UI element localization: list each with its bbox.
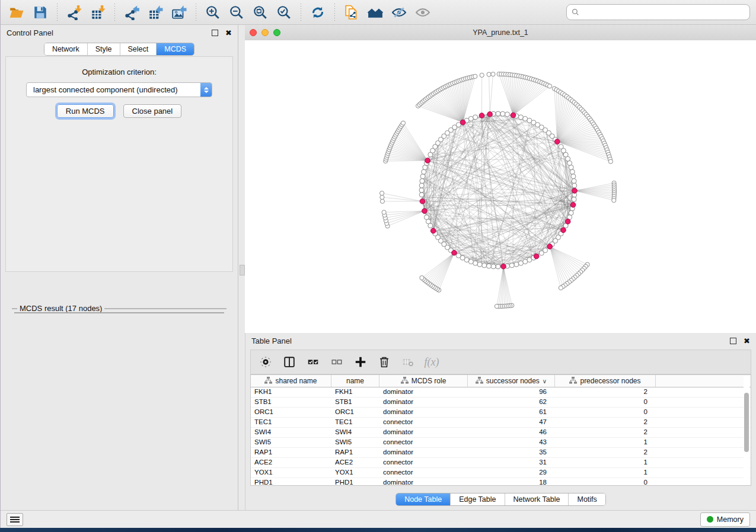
- window-close-icon[interactable]: [250, 29, 257, 36]
- zoom-in-icon[interactable]: [203, 3, 223, 22]
- tab-node-table[interactable]: Node Table: [396, 493, 450, 505]
- close-panel-icon[interactable]: ✖: [225, 29, 232, 37]
- cell-MCDS-role: dominator: [379, 408, 468, 417]
- run-mcds-button[interactable]: Run MCDS: [57, 104, 114, 118]
- float-panel-icon[interactable]: [212, 30, 218, 36]
- zoom-out-icon[interactable]: [227, 3, 247, 22]
- fx-icon[interactable]: f(x): [423, 353, 441, 371]
- refresh-icon[interactable]: [308, 3, 328, 22]
- tab-style[interactable]: Style: [87, 43, 120, 55]
- tab-mcds[interactable]: MCDS: [156, 43, 194, 55]
- table-row[interactable]: SWI4SWI4dominator462: [251, 428, 751, 438]
- table-row[interactable]: YOX1YOX1connector291: [251, 468, 751, 478]
- add-row-icon[interactable]: [352, 353, 369, 371]
- table-scrollbar[interactable]: [744, 376, 749, 484]
- zoom-fit-icon[interactable]: [250, 3, 270, 22]
- table-row[interactable]: STB1STB1dominator620: [251, 398, 751, 408]
- window-controls: [250, 29, 280, 36]
- search-input[interactable]: [582, 8, 745, 17]
- close-panel-button[interactable]: Close panel: [123, 104, 182, 118]
- memory-button[interactable]: Memory: [700, 512, 750, 527]
- network-window-titlebar[interactable]: YPA_prune.txt_1: [245, 25, 756, 41]
- memory-status-icon: [707, 516, 713, 523]
- network-graph[interactable]: [245, 40, 756, 333]
- cell-successor-nodes: 35: [468, 448, 555, 457]
- network-canvas[interactable]: [245, 40, 756, 333]
- column-header-name[interactable]: name: [331, 375, 379, 387]
- cell-MCDS-role: connector: [379, 438, 468, 447]
- table-row[interactable]: SWI5SWI5connector431: [251, 438, 751, 448]
- cell-successor-nodes: 47: [468, 418, 555, 427]
- hide-eye-icon[interactable]: [389, 3, 409, 22]
- table-row[interactable]: PHD1PHD1dominator180: [251, 478, 751, 486]
- column-header-predecessor-nodes[interactable]: predecessor nodes: [555, 375, 656, 387]
- column-header-successor-nodes[interactable]: successor nodes∨: [468, 375, 555, 387]
- table-row[interactable]: ACE2ACE2connector311: [251, 458, 751, 468]
- toolbar-separator: [57, 4, 58, 21]
- mcds-result-title: MCDS result (17 nodes): [17, 304, 104, 313]
- window-minimize-icon[interactable]: [261, 29, 269, 36]
- open-folder-icon[interactable]: [7, 3, 27, 22]
- desktop-background-strip: [0, 528, 756, 532]
- export-table-icon[interactable]: [145, 3, 165, 22]
- cell-name: SWI5: [331, 438, 379, 447]
- column-header-MCDS-role[interactable]: MCDS role: [379, 375, 468, 387]
- control-panel-tabbar: NetworkStyleSelectMCDS: [1, 43, 238, 56]
- column-type-icon: [401, 377, 409, 386]
- table-row[interactable]: FKH1FKH1dominator962: [251, 387, 751, 398]
- mcds-result-item[interactable]: PHD1: [15, 313, 224, 313]
- clone-network-icon[interactable]: [342, 3, 362, 22]
- export-network-icon[interactable]: [122, 3, 142, 22]
- table-row[interactable]: RAP1RAP1dominator352: [251, 448, 751, 458]
- import-network-icon[interactable]: [64, 3, 84, 22]
- eye-icon[interactable]: [413, 3, 433, 22]
- table-row[interactable]: TEC1TEC1connector472: [251, 418, 751, 428]
- unchecked-boxes-icon[interactable]: [328, 353, 346, 371]
- gear-icon[interactable]: [257, 353, 275, 371]
- optimization-criterion-label: Optimization criterion:: [6, 68, 232, 76]
- home-icon[interactable]: [365, 3, 385, 22]
- window-zoom-icon[interactable]: [273, 29, 280, 36]
- column-label: MCDS role: [412, 377, 446, 385]
- table-toolbar: f(x): [250, 350, 751, 374]
- tab-motifs[interactable]: Motifs: [568, 493, 605, 505]
- trash-icon[interactable]: [375, 353, 393, 371]
- cell-MCDS-role: connector: [379, 468, 468, 477]
- cell-MCDS-role: connector: [379, 458, 468, 467]
- table-panel-header: Table Panel ✖: [245, 333, 756, 348]
- dropdown-selected-value: largest connected component (undirected): [27, 85, 200, 94]
- close-table-panel-icon[interactable]: ✖: [744, 337, 750, 345]
- mcds-result-list[interactable]: PHD1CAR1STP4TID3YOX1SWI4SRD1PMA2FKH1ACE2…: [14, 312, 224, 313]
- destroy-table-icon[interactable]: [399, 353, 417, 371]
- export-image-icon[interactable]: [169, 3, 189, 22]
- cell-MCDS-role: dominator: [379, 428, 468, 437]
- task-history-icon[interactable]: [7, 513, 23, 526]
- cell-name: RAP1: [331, 448, 379, 457]
- cell-successor-nodes: 29: [468, 468, 555, 477]
- zoom-selected-icon[interactable]: [274, 3, 294, 22]
- save-session-icon[interactable]: [30, 3, 50, 22]
- cell-shared-name: TEC1: [251, 418, 331, 427]
- cell-MCDS-role: connector: [379, 418, 468, 427]
- toolbar-icon-group: [7, 3, 433, 22]
- cell-name: YOX1: [331, 468, 379, 477]
- tab-network[interactable]: Network: [44, 43, 87, 55]
- import-table-icon[interactable]: [88, 3, 108, 22]
- optimization-criterion-dropdown[interactable]: largest connected component (undirected): [26, 82, 212, 97]
- tab-select[interactable]: Select: [120, 43, 157, 55]
- splitter-grip[interactable]: [240, 265, 245, 275]
- checked-boxes-icon[interactable]: [304, 353, 322, 371]
- table-row[interactable]: ORC1ORC1dominator610: [251, 408, 751, 418]
- tab-network-table[interactable]: Network Table: [505, 493, 569, 505]
- split-view-icon[interactable]: [280, 353, 298, 371]
- column-label: shared name: [275, 377, 317, 385]
- tab-edge-table[interactable]: Edge Table: [450, 493, 504, 505]
- cell-successor-nodes: 18: [468, 478, 555, 486]
- table-scrollbar-thumb[interactable]: [744, 393, 749, 452]
- column-header-shared-name[interactable]: shared name: [251, 375, 331, 387]
- control-panel-header: Control Panel ✖: [1, 25, 238, 40]
- toolbar-separator: [114, 4, 115, 21]
- float-table-panel-icon[interactable]: [730, 338, 736, 344]
- search-field[interactable]: [566, 4, 750, 20]
- cell-shared-name: ORC1: [251, 408, 331, 417]
